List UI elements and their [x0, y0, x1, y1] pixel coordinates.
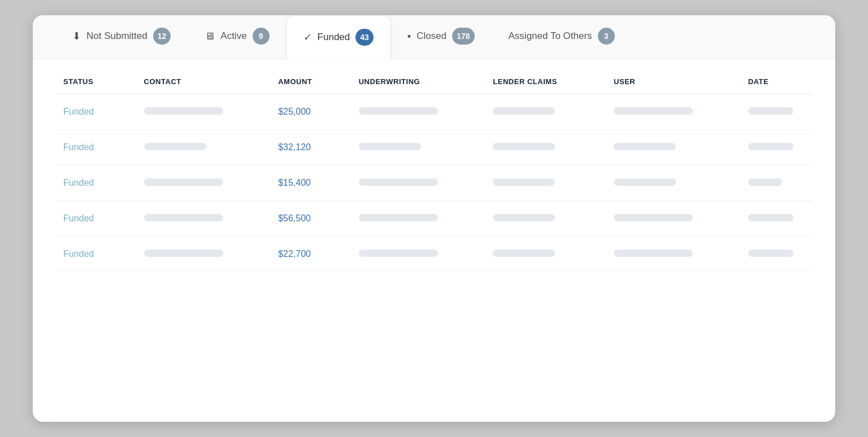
cell-contact: [136, 165, 271, 201]
col-header-amount: AMOUNT: [270, 65, 351, 94]
tab-bar: ⬇ Not Submitted 12 🖥 Active 9 ✓ Funded 4…: [33, 15, 835, 59]
underwriting-placeholder: [359, 250, 438, 257]
table-area: STATUS CONTACT AMOUNT UNDERWRITING LENDE…: [33, 65, 835, 289]
table-row[interactable]: Funded $22,700: [55, 237, 813, 272]
contact-placeholder: [144, 178, 223, 186]
table-row[interactable]: Funded $56,500: [55, 201, 813, 237]
user-placeholder: [614, 250, 693, 257]
status-value: Funded: [63, 213, 94, 223]
download-icon: ⬇: [72, 30, 81, 42]
contact-placeholder: [144, 107, 223, 115]
table-row[interactable]: Funded $32,120: [55, 130, 813, 165]
cell-contact: [136, 201, 271, 237]
lender-placeholder: [493, 143, 555, 150]
cell-lender-claims: [485, 130, 606, 165]
tab-active-badge: 9: [253, 28, 270, 45]
cell-status: Funded: [55, 130, 136, 165]
date-placeholder: [748, 143, 793, 150]
cell-contact: [136, 237, 271, 272]
table-row[interactable]: Funded $15,400: [55, 165, 813, 201]
amount-value: $22,700: [278, 249, 311, 259]
underwriting-placeholder: [359, 107, 438, 115]
col-header-user: USER: [606, 65, 740, 94]
lender-placeholder: [493, 250, 555, 257]
cell-contact: [136, 130, 271, 165]
date-placeholder: [748, 250, 793, 257]
tab-assigned-to-others[interactable]: Assigned To Others 3: [492, 15, 632, 59]
tab-assigned-label: Assigned To Others: [509, 30, 592, 42]
tab-assigned-badge: 3: [598, 28, 615, 45]
cell-status: Funded: [55, 165, 136, 201]
cell-user: [606, 201, 740, 237]
cell-lender-claims: [485, 237, 606, 272]
cell-amount: $56,500: [270, 201, 351, 237]
date-placeholder: [748, 214, 793, 221]
contact-placeholder: [144, 214, 223, 221]
lender-placeholder: [493, 214, 555, 221]
data-table: STATUS CONTACT AMOUNT UNDERWRITING LENDE…: [55, 65, 813, 272]
amount-value: $56,500: [278, 213, 311, 223]
contact-placeholder: [144, 143, 206, 150]
underwriting-placeholder: [359, 214, 438, 221]
date-placeholder: [748, 178, 782, 186]
tab-not-submitted-label: Not Submitted: [86, 30, 147, 42]
tab-active-label: Active: [220, 30, 246, 42]
table-header-row: STATUS CONTACT AMOUNT UNDERWRITING LENDE…: [55, 65, 813, 94]
amount-value: $15,400: [278, 178, 311, 187]
cell-amount: $15,400: [270, 165, 351, 201]
status-value: Funded: [63, 249, 94, 259]
cell-underwriting: [351, 94, 485, 130]
col-header-lender-claims: LENDER CLAIMS: [485, 65, 606, 94]
cell-date: [740, 94, 813, 130]
cell-amount: $22,700: [270, 237, 351, 272]
cell-underwriting: [351, 165, 485, 201]
tab-funded[interactable]: ✓ Funded 43: [287, 16, 390, 60]
cell-user: [606, 94, 740, 130]
cell-amount: $25,000: [270, 94, 351, 130]
underwriting-placeholder: [359, 178, 438, 186]
col-header-underwriting: UNDERWRITING: [351, 65, 485, 94]
tab-closed[interactable]: ▪ Closed 178: [390, 15, 492, 59]
cell-underwriting: [351, 237, 485, 272]
cell-lender-claims: [485, 94, 606, 130]
col-header-date: DATE: [740, 65, 813, 94]
cell-contact: [136, 94, 271, 130]
tab-closed-label: Closed: [416, 30, 446, 42]
cell-amount: $32,120: [270, 130, 351, 165]
cell-lender-claims: [485, 201, 606, 237]
cell-underwriting: [351, 201, 485, 237]
user-placeholder: [614, 143, 676, 150]
tab-closed-badge: 178: [452, 28, 474, 45]
cell-underwriting: [351, 130, 485, 165]
cell-user: [606, 165, 740, 201]
status-value: Funded: [63, 178, 94, 187]
col-header-status: STATUS: [55, 65, 136, 94]
tab-not-submitted[interactable]: ⬇ Not Submitted 12: [55, 15, 188, 59]
amount-value: $25,000: [278, 107, 311, 116]
main-card: ⬇ Not Submitted 12 🖥 Active 9 ✓ Funded 4…: [33, 15, 835, 422]
date-placeholder: [748, 107, 793, 115]
cell-status: Funded: [55, 237, 136, 272]
status-value: Funded: [63, 142, 94, 152]
user-placeholder: [614, 107, 693, 115]
cell-status: Funded: [55, 94, 136, 130]
cell-user: [606, 130, 740, 165]
user-placeholder: [614, 214, 693, 221]
amount-value: $32,120: [278, 142, 311, 152]
tab-not-submitted-badge: 12: [153, 28, 171, 45]
tab-funded-label: Funded: [318, 32, 350, 43]
cell-status: Funded: [55, 201, 136, 237]
table-row[interactable]: Funded $25,000: [55, 94, 813, 130]
col-header-contact: CONTACT: [136, 65, 271, 94]
cell-date: [740, 201, 813, 237]
cell-date: [740, 237, 813, 272]
user-placeholder: [614, 178, 676, 186]
tab-active[interactable]: 🖥 Active 9: [188, 15, 286, 59]
lender-placeholder: [493, 178, 555, 186]
cell-user: [606, 237, 740, 272]
cell-date: [740, 165, 813, 201]
tab-funded-badge: 43: [355, 29, 374, 46]
status-value: Funded: [63, 107, 94, 116]
check-circle-icon: ✓: [303, 31, 312, 43]
underwriting-placeholder: [359, 143, 421, 150]
